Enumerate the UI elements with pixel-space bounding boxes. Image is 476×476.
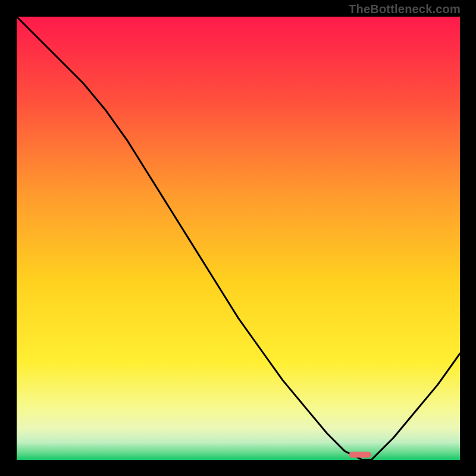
watermark-text: TheBottleneck.com xyxy=(349,2,461,16)
plot-area xyxy=(17,17,460,460)
chart-frame: TheBottleneck.com xyxy=(0,0,476,476)
chart-svg xyxy=(17,17,460,460)
minimum-marker xyxy=(349,452,371,458)
